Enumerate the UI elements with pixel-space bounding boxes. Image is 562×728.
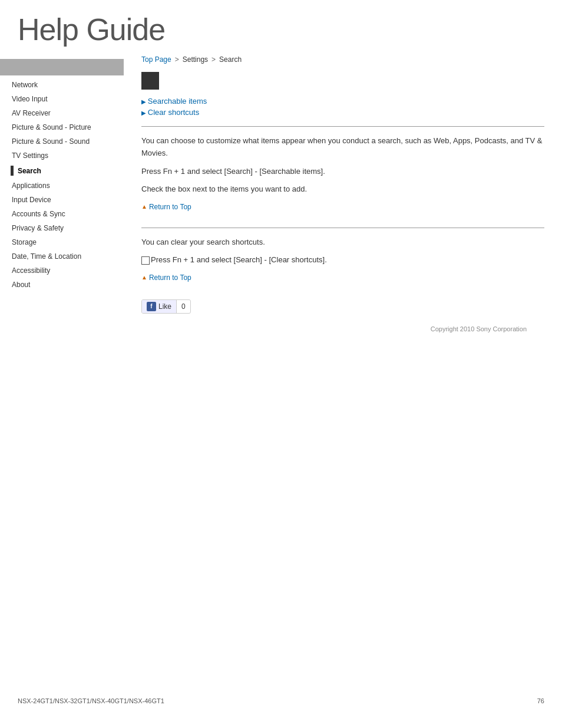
fb-like-label: Like [158, 302, 171, 311]
breadcrumb-settings: Settings [183, 55, 208, 64]
layout: NetworkVideo InputAV ReceiverPicture & S… [0, 53, 562, 356]
toc-link-clear[interactable]: Clear shortcuts [141, 108, 199, 117]
footer-page: 76 [537, 697, 544, 704]
sidebar-item-tv-settings[interactable]: TV Settings [0, 149, 124, 163]
footer-model: NSX-24GT1/NSX-32GT1/NSX-40GT1/NSX-46GT1 [18, 697, 164, 704]
header: Help Guide [0, 0, 562, 53]
fb-count: 0 [177, 301, 190, 312]
sidebar-item-accounts--sync[interactable]: Accounts & Sync [0, 207, 124, 221]
toc-item-clear: Clear shortcuts [141, 108, 544, 117]
sidebar-item-input-device[interactable]: Input Device [0, 193, 124, 207]
breadcrumb-sep1: > [175, 55, 179, 64]
breadcrumb-current: Search [219, 55, 242, 64]
sidebar: NetworkVideo InputAV ReceiverPicture & S… [0, 53, 124, 356]
toc-list: Searchable items Clear shortcuts [141, 97, 544, 117]
sidebar-item-av-receiver[interactable]: AV Receiver [0, 106, 124, 120]
return-to-top-1[interactable]: Return to Top [141, 203, 191, 211]
breadcrumb-sep2: > [211, 55, 216, 64]
clear-body1: You can clear your search shortcuts. [141, 236, 544, 249]
return-to-top-2[interactable]: Return to Top [141, 274, 191, 282]
sidebar-item-storage[interactable]: Storage [0, 235, 124, 249]
divider-1 [141, 126, 544, 127]
divider-2 [141, 228, 544, 228]
sidebar-item-picture--sound---picture[interactable]: Picture & Sound - Picture [0, 120, 124, 134]
page-icon [141, 72, 159, 90]
sidebar-header [0, 59, 124, 75]
section-searchable-items: You can choose to customize what items a… [141, 135, 544, 219]
sidebar-item-privacy--safety[interactable]: Privacy & Safety [0, 221, 124, 235]
sidebar-item-accessibility[interactable]: Accessibility [0, 263, 124, 278]
toc-item-searchable: Searchable items [141, 97, 544, 106]
sidebar-item-picture--sound---sound[interactable]: Picture & Sound - Sound [0, 134, 124, 149]
sidebar-item-search[interactable]: Search [0, 163, 124, 179]
searchable-body2: Press Fn + 1 and select [Search] - [Sear… [141, 166, 544, 178]
sidebar-item-applications[interactable]: Applications [0, 179, 124, 193]
sidebar-item-about[interactable]: About [0, 278, 124, 292]
toc-link-searchable[interactable]: Searchable items [141, 97, 207, 106]
section-clear-shortcuts: You can clear your search shortcuts. Pre… [141, 236, 544, 290]
sidebar-item-video-input[interactable]: Video Input [0, 92, 124, 106]
sidebar-items-container: NetworkVideo InputAV ReceiverPicture & S… [0, 78, 124, 292]
fb-like-widget: f Like 0 [141, 299, 191, 314]
main-content: Top Page > Settings > Search Searchable … [124, 53, 562, 356]
sidebar-item-date-time--location[interactable]: Date, Time & Location [0, 249, 124, 263]
fb-like-button[interactable]: f Like [142, 300, 177, 313]
searchable-body1: You can choose to customize what items a… [141, 135, 544, 160]
breadcrumb: Top Page > Settings > Search [141, 53, 544, 64]
fb-icon: f [147, 302, 156, 311]
checkbox-icon [141, 256, 150, 265]
searchable-body3: Check the box next to the items you want… [141, 183, 544, 196]
clear-body2: Press Fn + 1 and select [Search] - [Clea… [141, 254, 544, 266]
breadcrumb-top-page[interactable]: Top Page [141, 55, 171, 64]
footer: NSX-24GT1/NSX-32GT1/NSX-40GT1/NSX-46GT1 … [0, 691, 562, 710]
page-title: Help Guide [18, 12, 544, 47]
sidebar-item-network[interactable]: Network [0, 78, 124, 92]
copyright: Copyright 2010 Sony Corporation [141, 319, 544, 338]
